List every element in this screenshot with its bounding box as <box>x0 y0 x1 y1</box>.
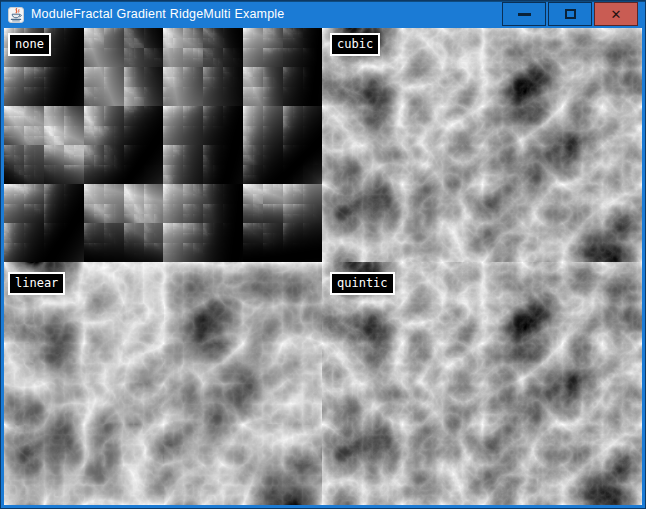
quadrant-none: none <box>4 28 322 262</box>
app-window: ModuleFractal Gradient RidgeMulti Exampl… <box>0 0 646 509</box>
minimize-button[interactable] <box>502 2 546 26</box>
quadrant-cubic: cubic <box>322 28 642 262</box>
noise-canvas-quintic <box>322 262 642 505</box>
titlebar[interactable]: ModuleFractal Gradient RidgeMulti Exampl… <box>1 1 645 28</box>
noise-canvas-none <box>4 28 322 262</box>
interp-label-linear: linear <box>8 272 65 295</box>
interp-label-cubic: cubic <box>330 33 380 56</box>
quadrant-quintic: quintic <box>322 262 642 505</box>
close-icon: ✕ <box>611 8 622 21</box>
window-controls: ✕ <box>502 2 638 26</box>
java-coffee-cup-icon <box>8 7 24 23</box>
noise-canvas-linear <box>4 262 322 505</box>
quadrant-linear: linear <box>4 262 322 505</box>
noise-canvas-cubic <box>322 28 642 262</box>
minimize-icon <box>518 13 531 16</box>
window-title: ModuleFractal Gradient RidgeMulti Exampl… <box>31 1 284 28</box>
maximize-button[interactable] <box>548 2 592 26</box>
close-button[interactable]: ✕ <box>594 2 638 26</box>
interp-label-none: none <box>8 33 51 56</box>
interp-label-quintic: quintic <box>330 272 395 295</box>
noise-render-area: none cubic linear quintic <box>4 28 642 505</box>
maximize-icon <box>565 9 576 19</box>
